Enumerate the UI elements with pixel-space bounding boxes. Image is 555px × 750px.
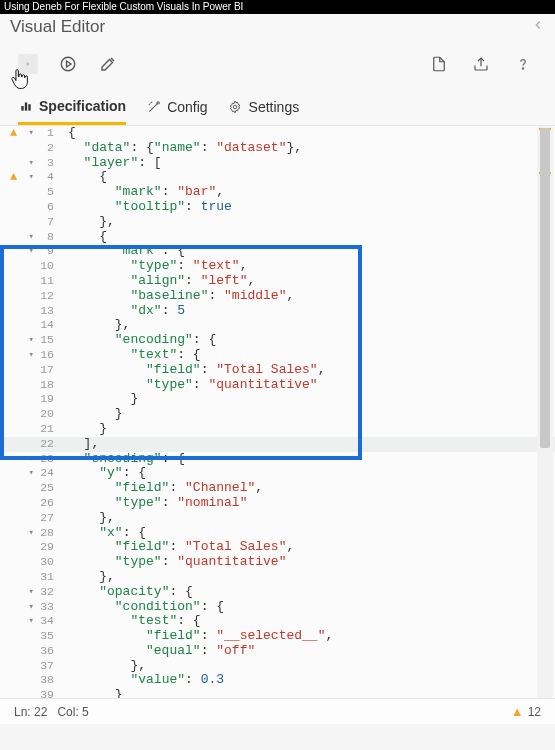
code-line[interactable]: ▾34 "test": { <box>0 614 555 629</box>
gutter[interactable]: 21 <box>0 422 58 437</box>
code-line[interactable]: 7 }, <box>0 215 555 230</box>
code-text[interactable]: { <box>58 126 76 141</box>
fold-toggle-icon[interactable]: ▾ <box>29 126 34 141</box>
code-line[interactable]: 14 }, <box>0 318 555 333</box>
code-line[interactable]: 2 "data": {"name": "dataset"}, <box>0 141 555 156</box>
code-line[interactable]: ▾24 "y": { <box>0 466 555 481</box>
fold-toggle-icon[interactable]: ▾ <box>29 466 34 481</box>
code-text[interactable]: "equal": "off" <box>58 644 255 659</box>
gutter[interactable]: 7 <box>0 215 58 230</box>
gutter[interactable]: 27 <box>0 511 58 526</box>
code-line[interactable]: ▾3 "layer": [ <box>0 156 555 171</box>
gutter[interactable]: 2 <box>0 141 58 156</box>
fold-toggle-icon[interactable]: ▾ <box>29 526 34 541</box>
gutter[interactable]: 35 <box>0 629 58 644</box>
code-text[interactable]: "text": { <box>58 348 201 363</box>
play-icon[interactable] <box>18 54 38 74</box>
gutter[interactable]: ▲▾4 <box>0 170 58 185</box>
code-text[interactable]: "type": "quantitative" <box>58 555 286 570</box>
code-text[interactable]: "value": 0.3 <box>58 673 224 688</box>
code-text[interactable]: } <box>58 688 123 698</box>
fold-toggle-icon[interactable]: ▾ <box>29 348 34 363</box>
code-text[interactable]: "condition": { <box>58 600 224 615</box>
collapse-icon[interactable] <box>531 18 545 36</box>
code-line[interactable]: 22 ], <box>0 437 555 452</box>
code-line[interactable]: ▾33 "condition": { <box>0 600 555 615</box>
code-text[interactable]: "baseline": "middle", <box>58 289 294 304</box>
code-text[interactable]: }, <box>58 570 115 585</box>
code-line[interactable]: 10 "type": "text", <box>0 259 555 274</box>
tab-config[interactable]: Config <box>146 91 207 123</box>
code-text[interactable]: }, <box>58 659 146 674</box>
fold-toggle-icon[interactable]: ▾ <box>29 614 34 629</box>
tab-settings[interactable]: Settings <box>228 91 300 123</box>
gutter[interactable]: ▾3 <box>0 156 58 171</box>
code-text[interactable]: "field": "__selected__", <box>58 629 333 644</box>
code-text[interactable]: "encoding": { <box>58 333 216 348</box>
gutter[interactable]: 11 <box>0 274 58 289</box>
code-text[interactable]: }, <box>58 215 115 230</box>
code-line[interactable]: 11 "align": "left", <box>0 274 555 289</box>
code-line[interactable]: 19 } <box>0 392 555 407</box>
code-text[interactable]: { <box>58 170 107 185</box>
code-text[interactable]: "mark": "bar", <box>58 185 224 200</box>
help-icon[interactable] <box>513 54 533 74</box>
gutter[interactable]: 13 <box>0 304 58 319</box>
code-text[interactable]: "encoding": { <box>58 452 185 467</box>
code-text[interactable]: { <box>58 230 107 245</box>
export-icon[interactable] <box>471 54 491 74</box>
scroll-thumb[interactable] <box>540 128 550 448</box>
code-line[interactable]: 20 } <box>0 407 555 422</box>
gutter[interactable]: 6 <box>0 200 58 215</box>
code-line[interactable]: ▾32 "opacity": { <box>0 585 555 600</box>
code-text[interactable]: ], <box>58 437 99 452</box>
code-line[interactable]: 25 "field": "Channel", <box>0 481 555 496</box>
code-text[interactable]: "layer": [ <box>58 156 162 171</box>
vertical-scrollbar[interactable] <box>537 126 553 698</box>
new-spec-icon[interactable] <box>429 54 449 74</box>
code-text[interactable]: }, <box>58 511 115 526</box>
gutter[interactable]: 14 <box>0 318 58 333</box>
code-line[interactable]: ▾9 "mark": { <box>0 244 555 259</box>
fold-toggle-icon[interactable]: ▾ <box>29 333 34 348</box>
gutter[interactable]: 22 <box>0 437 58 452</box>
gutter[interactable]: ▾33 <box>0 600 58 615</box>
gutter[interactable]: ▾9 <box>0 244 58 259</box>
code-line[interactable]: 39 } <box>0 688 555 698</box>
gutter[interactable]: 29 <box>0 540 58 555</box>
warning-icon[interactable]: ▲ <box>511 704 524 719</box>
code-line[interactable]: ▲▾1{ <box>0 126 555 141</box>
gutter[interactable]: 12 <box>0 289 58 304</box>
fold-toggle-icon[interactable]: ▾ <box>29 230 34 245</box>
fold-toggle-icon[interactable]: ▾ <box>29 600 34 615</box>
gutter[interactable]: ▾32 <box>0 585 58 600</box>
code-line[interactable]: 21 } <box>0 422 555 437</box>
code-line[interactable]: ▾15 "encoding": { <box>0 333 555 348</box>
gutter[interactable]: 5 <box>0 185 58 200</box>
gutter[interactable]: 25 <box>0 481 58 496</box>
fold-toggle-icon[interactable]: ▾ <box>29 585 34 600</box>
code-line[interactable]: 5 "mark": "bar", <box>0 185 555 200</box>
code-text[interactable]: } <box>58 422 107 437</box>
code-line[interactable]: ▾28 "x": { <box>0 526 555 541</box>
gutter[interactable]: ▾16 <box>0 348 58 363</box>
code-text[interactable]: "align": "left", <box>58 274 255 289</box>
code-line[interactable]: ▾23 "encoding": { <box>0 452 555 467</box>
gutter[interactable]: 31 <box>0 570 58 585</box>
code-line[interactable]: 35 "field": "__selected__", <box>0 629 555 644</box>
code-line[interactable]: 37 }, <box>0 659 555 674</box>
code-line[interactable]: 29 "field": "Total Sales", <box>0 540 555 555</box>
gutter[interactable]: 39 <box>0 688 58 698</box>
repair-icon[interactable] <box>98 54 118 74</box>
code-text[interactable]: } <box>58 392 138 407</box>
code-editor[interactable]: ▲▾1{2 "data": {"name": "dataset"},▾3 "la… <box>0 126 555 698</box>
code-text[interactable]: "field": "Channel", <box>58 481 263 496</box>
gutter[interactable]: ▾24 <box>0 466 58 481</box>
gutter[interactable]: 17 <box>0 363 58 378</box>
code-line[interactable]: 31 }, <box>0 570 555 585</box>
autoplay-icon[interactable] <box>58 54 78 74</box>
gutter[interactable]: 36 <box>0 644 58 659</box>
gutter[interactable]: 38 <box>0 673 58 688</box>
gutter[interactable]: 26 <box>0 496 58 511</box>
gutter[interactable]: ▲▾1 <box>0 126 58 141</box>
